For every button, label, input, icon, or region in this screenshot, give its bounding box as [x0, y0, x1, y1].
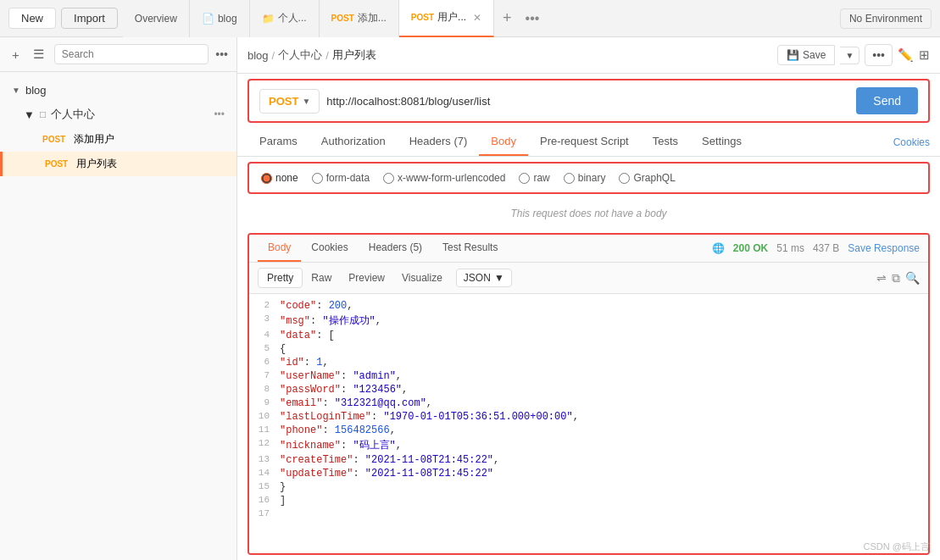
radio-urlencoded[interactable]: x-www-form-urlencoded: [383, 172, 505, 184]
line-number: 11: [249, 424, 280, 435]
tab-params[interactable]: Params: [248, 128, 309, 156]
radio-graphql[interactable]: GraphQL: [619, 172, 675, 184]
tab-pre-request[interactable]: Pre-request Script: [528, 128, 641, 156]
tab-personal[interactable]: 📁 个人...: [250, 0, 320, 37]
environment-selector[interactable]: No Environment: [840, 8, 932, 29]
sidebar-content: ▼ blog ▼ □ 个人中心 ••• POST 添加用户 POST 用户列表: [0, 72, 236, 560]
tab-label: Overview: [135, 13, 177, 25]
json-line: 17: [249, 507, 928, 519]
resp-tab-body[interactable]: Body: [258, 235, 301, 262]
import-button[interactable]: Import: [61, 8, 118, 29]
line-number: 9: [249, 397, 280, 408]
tab-headers[interactable]: Headers (7): [398, 128, 480, 156]
json-line: 10 "lastLoginTime": "1970-01-01T05:36:51…: [249, 410, 928, 424]
breadcrumb-sep2: /: [325, 49, 329, 62]
tab-blog[interactable]: 📄 blog: [190, 0, 250, 37]
edit-icon-button[interactable]: ✏️: [898, 47, 914, 63]
tab-settings[interactable]: Settings: [690, 128, 754, 156]
tab-bar: Overview 📄 blog 📁 个人... POST 添加... POST …: [123, 0, 835, 37]
format-label: JSON: [464, 272, 491, 284]
json-line: 2 "code": 200,: [249, 299, 928, 313]
radio-raw[interactable]: raw: [519, 172, 549, 184]
tab-tests[interactable]: Tests: [641, 128, 690, 156]
breadcrumb-current: 用户列表: [332, 47, 376, 63]
format-caret-icon: ▼: [494, 272, 504, 284]
line-content: "code": 200,: [280, 300, 353, 312]
close-tab-icon[interactable]: ✕: [473, 12, 481, 24]
tab-user-list[interactable]: POST 用户... ✕: [399, 0, 494, 37]
cookies-link[interactable]: Cookies: [893, 136, 930, 148]
body-options: none form-data x-www-form-urlencoded raw…: [248, 162, 930, 194]
new-button[interactable]: New: [8, 8, 56, 29]
sidebar-item-blog[interactable]: ▼ blog: [0, 79, 236, 102]
breadcrumb-sep: /: [272, 49, 275, 62]
line-number: 6: [249, 357, 280, 367]
sidebar-more-button[interactable]: •••: [215, 47, 228, 61]
sidebar-item-personal-folder[interactable]: ▼ □ 个人中心 •••: [0, 102, 236, 127]
line-number: 13: [249, 454, 280, 464]
url-input[interactable]: [326, 95, 849, 108]
method-select[interactable]: POST ▼: [259, 89, 320, 114]
line-number: 14: [249, 468, 280, 478]
radio-none[interactable]: none: [261, 172, 298, 184]
line-content: "nickname": "码上言",: [280, 438, 402, 452]
add-tab-button[interactable]: +: [494, 9, 520, 27]
json-line: 8 "passWord": "123456",: [249, 383, 928, 396]
folder-icon: □: [40, 108, 46, 120]
resp-tab-cookies[interactable]: Cookies: [301, 235, 358, 262]
line-content: }: [280, 481, 286, 493]
breadcrumb: blog / 个人中心 / 用户列表: [248, 47, 376, 63]
json-line: 4 "data": [: [249, 329, 928, 342]
resp-tab-test-results[interactable]: Test Results: [432, 235, 508, 262]
send-button[interactable]: Send: [856, 87, 918, 114]
tab-add-user[interactable]: POST 添加...: [320, 0, 399, 37]
fmt-tab-raw[interactable]: Raw: [303, 269, 340, 287]
search-response-button[interactable]: 🔍: [905, 271, 920, 285]
sidebar-list-button[interactable]: ☰: [30, 45, 47, 64]
line-content: "id": 1,: [280, 357, 329, 369]
line-content: "createTime": "2021-11-08T21:45:22",: [280, 454, 499, 466]
save-dropdown-button[interactable]: ▼: [840, 47, 859, 64]
radio-form-data[interactable]: form-data: [312, 172, 370, 184]
response-area: Body Cookies Headers (5) Test Results 🌐 …: [248, 233, 930, 555]
layout-icon-button[interactable]: ⊞: [919, 47, 930, 63]
fmt-tab-preview[interactable]: Preview: [340, 269, 393, 287]
line-content: {: [280, 343, 286, 355]
save-button[interactable]: 💾 Save: [777, 45, 835, 65]
wrap-lines-button[interactable]: ⇌: [876, 271, 887, 285]
request-label: 用户列表: [76, 157, 117, 171]
post-badge: POST: [411, 13, 434, 22]
status-code: 200 OK: [733, 242, 768, 254]
radio-binary[interactable]: binary: [564, 172, 606, 184]
line-content: "msg": "操作成功",: [280, 313, 381, 328]
line-number: 7: [249, 370, 280, 380]
copy-response-button[interactable]: ⧉: [892, 271, 900, 286]
tab-body[interactable]: Body: [479, 128, 528, 156]
folder-more-button[interactable]: •••: [214, 108, 225, 120]
more-header-button[interactable]: •••: [865, 44, 893, 66]
sidebar-search-input[interactable]: [54, 44, 209, 64]
fmt-tab-pretty[interactable]: Pretty: [258, 268, 303, 288]
save-response-button[interactable]: Save Response: [848, 242, 920, 254]
folder-label: 个人中心: [51, 107, 95, 122]
fmt-tab-visualize[interactable]: Visualize: [393, 269, 451, 287]
response-tabs-bar: Body Cookies Headers (5) Test Results 🌐 …: [249, 235, 928, 263]
line-number: 12: [249, 438, 280, 448]
json-line: 5 {: [249, 342, 928, 356]
resp-tab-headers[interactable]: Headers (5): [359, 235, 432, 262]
json-line: 14 "updateTime": "2021-11-08T21:45:22": [249, 467, 928, 480]
format-select[interactable]: JSON ▼: [456, 269, 512, 287]
tab-label: 用户...: [437, 10, 466, 25]
sidebar-item-user-list[interactable]: POST 用户列表: [0, 152, 236, 176]
tab-overview[interactable]: Overview: [123, 0, 190, 37]
tab-authorization[interactable]: Authorization: [309, 128, 398, 156]
sidebar-toolbar: + ☰ •••: [0, 37, 236, 72]
line-number: 4: [249, 330, 280, 340]
response-format-bar: Pretty Raw Preview Visualize JSON ▼ ⇌ ⧉ …: [249, 263, 928, 294]
sidebar-add-button[interactable]: +: [8, 46, 23, 64]
json-line: 7 "userName": "admin",: [249, 369, 928, 383]
more-tabs-button[interactable]: •••: [520, 11, 545, 26]
line-number: 16: [249, 495, 280, 505]
sidebar-item-add-user[interactable]: POST 添加用户: [0, 127, 236, 152]
header-actions: 💾 Save ▼ ••• ✏️ ⊞: [777, 44, 930, 66]
